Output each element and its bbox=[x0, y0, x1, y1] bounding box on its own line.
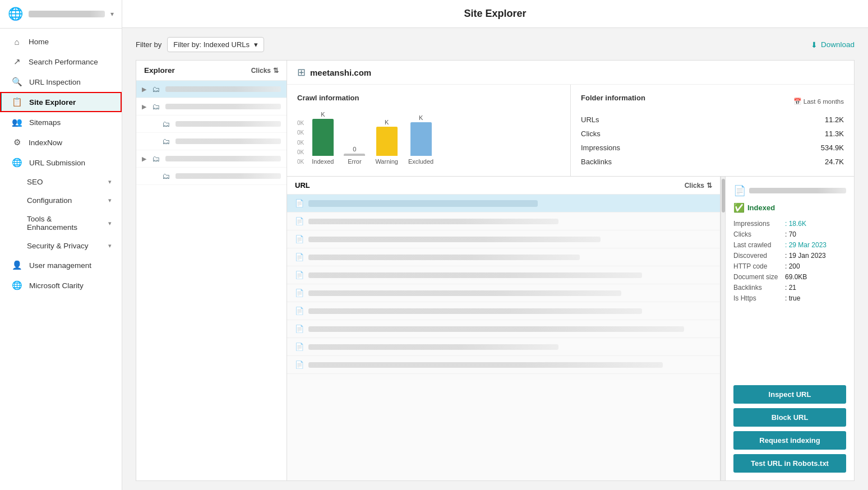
url-list-scrollbar[interactable] bbox=[721, 177, 725, 480]
crawl-info-card: Crawl information 0K 0K 0K 0K 0K bbox=[287, 85, 571, 176]
url-row[interactable]: 📄 bbox=[287, 338, 720, 356]
impressions-val: : 18.6K bbox=[785, 220, 806, 228]
explorer-row[interactable]: ▶ 🗂 bbox=[136, 115, 287, 133]
url-row[interactable]: 📄 bbox=[287, 248, 720, 266]
explorer-title: Explorer bbox=[144, 66, 175, 75]
url-blurred bbox=[308, 219, 558, 224]
sidebar-item-tools[interactable]: Tools & Enhancements ▾ bbox=[0, 210, 122, 237]
sidebar-item-security-privacy[interactable]: Security & Privacy ▾ bbox=[0, 237, 122, 255]
explorer-row[interactable]: ▶ 🗂 bbox=[136, 168, 287, 185]
sidebar-item-label: Microsoft Clarity bbox=[29, 281, 84, 290]
bar-indexed-block bbox=[312, 119, 334, 156]
sidebar-item-sitemaps[interactable]: 👥 Sitemaps bbox=[0, 112, 122, 132]
doc-icon: 📄 bbox=[295, 271, 304, 279]
sidebar-item-site-explorer[interactable]: 📋 Site Explorer bbox=[0, 92, 122, 112]
url-row[interactable]: 📄 bbox=[287, 284, 720, 302]
url-row[interactable]: 📄 bbox=[287, 230, 720, 248]
row-url-blurred bbox=[176, 121, 281, 127]
sidebar-item-seo[interactable]: SEO ▾ bbox=[0, 173, 122, 191]
content-panels: Explorer Clicks ⇅ ▶ 🗂 ▶ bbox=[136, 60, 855, 481]
sidebar-item-indexnow[interactable]: ⚙ IndexNow bbox=[0, 132, 122, 152]
url-row[interactable]: 📄 bbox=[287, 195, 720, 212]
sidebar-item-microsoft-clarity[interactable]: 🌐 Microsoft Clarity bbox=[0, 275, 122, 295]
chevron-down-icon: ▾ bbox=[108, 242, 112, 249]
sidebar-item-configuration[interactable]: Configuration ▾ bbox=[0, 191, 122, 210]
explorer-row[interactable]: ▶ 🗂 bbox=[136, 81, 287, 98]
sidebar-item-url-submission[interactable]: 🌐 URL Submission bbox=[0, 152, 122, 173]
expand-icon[interactable]: ▶ bbox=[142, 155, 149, 163]
stat-key: Impressions bbox=[581, 144, 620, 152]
doc-icon: 📄 bbox=[295, 343, 304, 351]
last-months-filter[interactable]: 📅 Last 6 months bbox=[793, 98, 844, 105]
info-row-doc-size: Document size 69.0KB bbox=[733, 273, 846, 281]
explorer-row[interactable]: ▶ 🗂 bbox=[136, 133, 287, 150]
url-blurred bbox=[308, 272, 642, 278]
chevron-down-icon[interactable]: ▾ bbox=[110, 10, 114, 18]
sidebar-item-user-management[interactable]: 👤 User management bbox=[0, 255, 122, 275]
url-row[interactable]: 📄 bbox=[287, 266, 720, 284]
grid-icon: ⊞ bbox=[297, 66, 306, 78]
sidebar: 🌐 ▾ ⌂ Home ↗ Search Performance 🔍 URL In… bbox=[0, 0, 122, 490]
sidebar-item-label: Search Performance bbox=[29, 58, 98, 66]
info-row-last-crawled: Last crawled : 29 Mar 2023 bbox=[733, 241, 846, 249]
url-clicks-sort[interactable]: Clicks ⇅ bbox=[685, 182, 712, 189]
folder-stats: URLs 11.2K Clicks 11.3K Impressions 534.… bbox=[581, 114, 844, 167]
folder-icon: 🗂 bbox=[152, 102, 162, 111]
sidebar-item-search-performance[interactable]: ↗ Search Performance bbox=[0, 52, 122, 72]
folder-icon: 🗂 bbox=[162, 119, 172, 128]
row-url-blurred bbox=[176, 138, 281, 144]
explorer-row[interactable]: ▶ 🗂 bbox=[136, 150, 287, 168]
url-list-header: URL Clicks ⇅ bbox=[287, 177, 720, 195]
clicks-sort-button[interactable]: Clicks ⇅ bbox=[251, 67, 279, 75]
download-icon: ⬇ bbox=[811, 40, 818, 49]
sidebar-item-label: Tools & Enhancements bbox=[27, 215, 101, 232]
stat-impressions: Impressions 534.9K bbox=[581, 142, 844, 153]
stat-key: Backlinks bbox=[581, 158, 612, 166]
http-code-key: HTTP code bbox=[733, 262, 784, 270]
download-button[interactable]: ⬇ Download bbox=[811, 40, 855, 49]
url-list-scrollbar-thumb bbox=[722, 179, 725, 212]
url-row[interactable]: 📄 bbox=[287, 356, 720, 374]
home-icon: ⌂ bbox=[12, 37, 22, 47]
bar-error-label: Error bbox=[348, 158, 361, 165]
sidebar-header[interactable]: 🌐 ▾ bbox=[0, 0, 122, 29]
action-buttons: Inspect URL Block URL Request indexing T… bbox=[733, 385, 846, 473]
url-row[interactable]: 📄 bbox=[287, 212, 720, 230]
indexed-label: Indexed bbox=[747, 204, 775, 212]
crawl-bar-chart: K Indexed 0 bbox=[306, 109, 439, 165]
test-robots-button[interactable]: Test URL in Robots.txt bbox=[733, 454, 846, 473]
page-title: Site Explorer bbox=[122, 0, 868, 28]
sidebar-item-label: User management bbox=[29, 261, 91, 270]
main-content: Site Explorer Filter by Filter by: Index… bbox=[122, 0, 868, 490]
folder-info-header: Folder information 📅 Last 6 months bbox=[581, 94, 844, 109]
url-row[interactable]: 📄 bbox=[287, 320, 720, 338]
crawl-info-title: Crawl information bbox=[297, 94, 560, 102]
doc-icon: 📄 bbox=[295, 217, 304, 225]
block-url-button[interactable]: Block URL bbox=[733, 408, 846, 427]
inspect-url-button[interactable]: Inspect URL bbox=[733, 385, 846, 404]
expand-icon[interactable]: ▶ bbox=[142, 86, 149, 93]
sidebar-item-url-inspection[interactable]: 🔍 URL Inspection bbox=[0, 72, 122, 92]
impressions-key: Impressions bbox=[733, 220, 784, 228]
doc-size-key: Document size bbox=[733, 273, 784, 281]
expand-icon[interactable]: ▶ bbox=[142, 103, 149, 110]
row-url-blurred bbox=[165, 156, 281, 161]
url-row[interactable]: 📄 bbox=[287, 302, 720, 320]
sidebar-item-label: Security & Privacy bbox=[27, 242, 89, 250]
folder-icon: 🗂 bbox=[162, 137, 172, 146]
url-detail-blurred bbox=[749, 188, 846, 193]
url-blurred bbox=[308, 344, 558, 350]
url-blurred bbox=[308, 200, 538, 207]
discovered-val: : 19 Jan 2023 bbox=[785, 252, 826, 260]
doc-icon: 📄 bbox=[295, 253, 304, 261]
explorer-row[interactable]: ▶ 🗂 bbox=[136, 98, 287, 115]
sidebar-item-home[interactable]: ⌂ Home bbox=[0, 32, 122, 52]
url-detail-top: 📄 bbox=[733, 184, 846, 197]
is-https-val: : true bbox=[785, 294, 800, 302]
url-blurred bbox=[308, 326, 684, 332]
request-indexing-button[interactable]: Request indexing bbox=[733, 431, 846, 450]
url-clicks-label: Clicks bbox=[685, 182, 704, 189]
info-row-http-code: HTTP code : 200 bbox=[733, 262, 846, 270]
filter-dropdown[interactable]: Filter by: Indexed URLs ▾ bbox=[167, 37, 264, 52]
http-code-val: : 200 bbox=[785, 262, 800, 270]
